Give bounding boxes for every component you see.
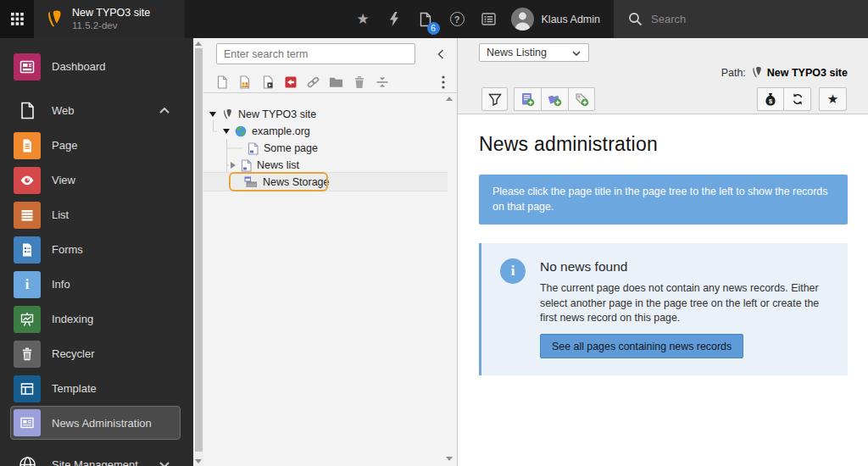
system-information-icon [481, 13, 496, 25]
callout-body: The current page does not contain any ne… [540, 281, 832, 326]
page-tree-panel: New TYPO3 site example.org Some page New… [203, 38, 458, 466]
bookmark-star-icon: ★ [356, 10, 369, 28]
sidebar-item-label: Recycler [52, 347, 95, 360]
new-link-page-drag-icon[interactable] [283, 75, 298, 90]
sidebar-item-label: Indexing [52, 313, 93, 325]
view-mode-value: News Listing [487, 47, 547, 58]
sidebar-item-info[interactable]: i Info [0, 267, 193, 302]
module-menu: Dashboard Web Page View List Forms [0, 38, 193, 466]
sidebar-item-list[interactable]: List [0, 197, 193, 232]
clear-cache-button[interactable] [379, 0, 410, 38]
module-menu-scrollbar[interactable] [193, 38, 203, 466]
new-category-icon [548, 92, 562, 107]
doc-header: News Listing Path: New TYPO3 site [458, 38, 868, 114]
new-news-record-button[interactable] [514, 87, 541, 111]
tree-node-some-page[interactable]: Some page [203, 140, 448, 157]
eye-icon [14, 167, 41, 194]
sidebar-item-indexing[interactable]: Indexing [0, 302, 193, 336]
search-input[interactable] [651, 13, 846, 25]
tree-toolbar [214, 72, 389, 92]
scroll-up-arrow-icon[interactable] [195, 42, 202, 46]
tree-node-label: example.org [252, 125, 310, 137]
tree-kebab-menu-button[interactable] [442, 75, 445, 89]
new-category-button[interactable] [541, 87, 568, 111]
sidebar-item-news-administration[interactable]: News Administration [10, 406, 181, 440]
system-information-button[interactable] [473, 0, 504, 38]
shortcut-bookmark-button[interactable]: ★ [819, 87, 847, 111]
tree-search-input[interactable] [216, 43, 415, 64]
new-shortcut-page-drag-icon[interactable] [260, 75, 275, 90]
expand-toggle-icon[interactable] [231, 162, 236, 169]
sidebar-item-recycler[interactable]: Recycler [0, 336, 193, 371]
globe-icon [14, 452, 41, 466]
new-spacer-drag-icon[interactable] [375, 75, 389, 90]
utility-button-group: $ [757, 87, 811, 111]
site-globe-icon [235, 125, 247, 137]
forms-icon [14, 236, 41, 264]
sidebar-item-label: Info [52, 278, 70, 291]
expand-toggle-icon[interactable] [209, 112, 216, 117]
typo3-site-icon [221, 108, 233, 120]
sidebar-section-web[interactable]: Web [0, 93, 193, 128]
collapse-tree-button[interactable] [431, 46, 450, 63]
site-home-button[interactable]: New TYPO3 site 11.5.2-dev [34, 0, 185, 38]
path-label: Path: [721, 67, 746, 79]
sidebar-item-template[interactable]: Template [0, 371, 193, 406]
tree-node-root[interactable]: New TYPO3 site [203, 106, 448, 123]
sidebar-section-label: Site Management [52, 458, 138, 466]
chevron-down-icon [572, 51, 581, 56]
new-tag-icon [575, 92, 589, 107]
new-page-drag-icon[interactable] [214, 75, 229, 90]
tree-node-news-list[interactable]: News list [203, 157, 448, 174]
app-grid-button[interactable] [0, 0, 34, 38]
tree-node-label: New TYPO3 site [238, 108, 316, 120]
topbar-spacer [185, 0, 348, 38]
donate-button[interactable]: $ [757, 87, 783, 111]
view-mode-select[interactable]: News Listing [479, 43, 589, 62]
filter-button[interactable] [481, 87, 508, 111]
avatar [511, 8, 534, 31]
info-message-box: Please click the page title in the page … [479, 175, 848, 225]
topbar: New TYPO3 site 11.5.2-dev ★ 6 ? [0, 0, 868, 38]
sidebar-item-view[interactable]: View [0, 163, 193, 197]
typo3-logo [44, 9, 64, 29]
storage-folder-icon [244, 176, 258, 188]
filter-funnel-icon [488, 93, 502, 106]
tree-scroll-up-icon[interactable] [446, 97, 453, 101]
tree-node-example-org[interactable]: example.org [203, 123, 448, 140]
page-file-icon [241, 159, 252, 172]
expand-toggle-icon[interactable] [223, 129, 230, 134]
money-bag-icon: $ [764, 92, 777, 107]
sidebar-item-label: View [52, 174, 75, 186]
new-page-users-drag-icon[interactable] [237, 75, 252, 90]
chevron-up-icon [159, 108, 170, 114]
tree-node-news-storage[interactable]: News Storage [203, 174, 448, 191]
help-button[interactable]: ? [442, 0, 473, 38]
new-tag-button[interactable] [568, 87, 595, 111]
scrollbar-thumb[interactable] [195, 48, 203, 452]
sidebar-item-page[interactable]: Page [0, 128, 193, 163]
page-title: News administration [479, 133, 868, 156]
tree-scroll-down-icon[interactable] [446, 457, 453, 461]
refresh-button[interactable] [783, 87, 811, 111]
sidebar-item-label: Template [52, 382, 97, 395]
new-folder-drag-icon[interactable] [329, 75, 343, 90]
content-pane: News Listing Path: New TYPO3 site [458, 38, 868, 466]
delete-drop-zone-icon[interactable] [352, 75, 366, 90]
page-icon [14, 132, 41, 159]
tree-toolbar-divider [203, 92, 457, 93]
link-icon[interactable] [306, 75, 320, 90]
breadcrumb: Path: New TYPO3 site [721, 66, 848, 79]
sidebar-item-forms[interactable]: Forms [0, 232, 193, 267]
see-all-pages-button[interactable]: See all pages containing news records [540, 334, 743, 358]
scroll-down-arrow-icon[interactable] [195, 459, 202, 463]
sidebar-section-site-management[interactable]: Site Management [0, 447, 193, 466]
open-documents-button[interactable]: 6 [410, 0, 442, 38]
web-icon [14, 97, 41, 125]
typo3-version: 11.5.2-dev [72, 19, 150, 32]
bookmark-button[interactable]: ★ [348, 0, 379, 38]
info-circle-icon: i [500, 258, 526, 284]
site-title: New TYPO3 site [72, 7, 150, 19]
sidebar-item-dashboard[interactable]: Dashboard [0, 49, 193, 84]
user-menu-button[interactable]: Klaus Admin [504, 0, 614, 38]
